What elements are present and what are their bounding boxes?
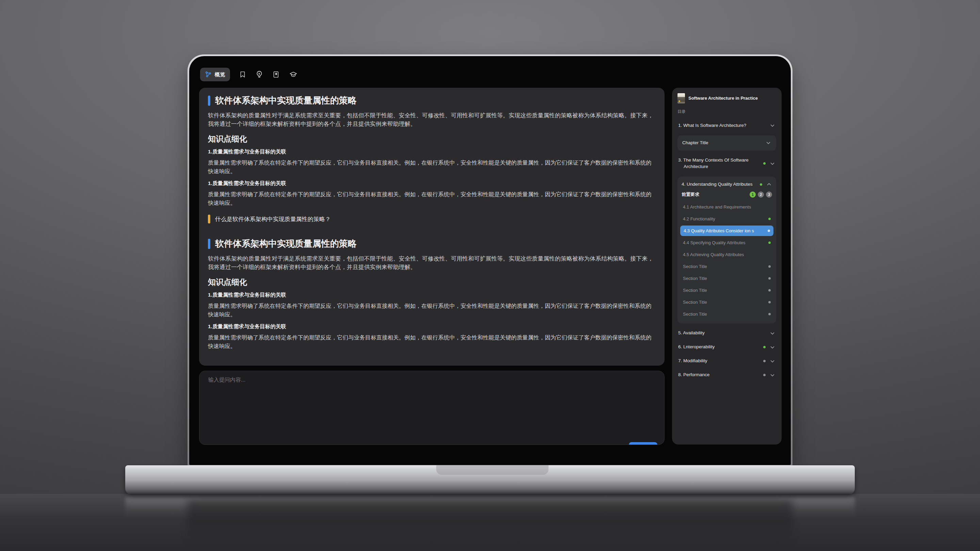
prompt-composer (199, 371, 665, 445)
point-body: 质量属性需求明确了系统在特定条件下的期望反应，它们与业务目标直接相关。例如，在银… (208, 190, 656, 207)
chapter-label: Chapter Title (682, 140, 762, 146)
toc-chapter-4-expanded: 4. Understanding Quality Attributes 前置要求… (678, 176, 776, 324)
section-label: 4.5 Achieving Quality Attributes (683, 252, 771, 257)
prereq-badge-1[interactable]: 1 (749, 192, 756, 198)
toc-chapter-8[interactable]: 8. Performance (678, 368, 776, 382)
chevron-down-icon[interactable] (769, 372, 775, 378)
point-body: 质量属性需求明确了系统在特定条件下的期望反应，它们与业务目标直接相关。例如，在银… (208, 333, 656, 350)
book-cover-thumbnail (678, 93, 685, 103)
progress-dot (768, 241, 771, 244)
answer-repeat-group: 软件体系架构中实现质量属性的策略 软件体系架构的质量属性对于满足系统需求至关重要… (208, 238, 656, 350)
orange-accent-bar (208, 214, 210, 224)
chapter-label: 7. Modifiability (678, 358, 760, 364)
progress-dot (763, 374, 765, 376)
progress-dot (768, 218, 771, 220)
section-label: Section Title (683, 264, 768, 269)
toc-chapter-5[interactable]: 5. Availability (678, 326, 776, 340)
refine-heading: 知识点细化 (208, 277, 656, 287)
toc-label: 目录 (678, 109, 776, 114)
toolbar: 概览 (200, 68, 298, 81)
notebook-icon[interactable] (272, 71, 280, 78)
prerequisites-label: 前置要求 (682, 192, 748, 198)
point-title: 1.质量属性需求与业务目标的关联 (208, 180, 656, 187)
chevron-down-icon[interactable] (769, 330, 775, 337)
book-header: Software Architecture in Practice (678, 93, 776, 103)
prereq-badge-3[interactable]: 3 (766, 192, 772, 198)
progress-dot (768, 230, 770, 232)
point-title: 1.质量属性需求与业务目标的关联 (208, 148, 656, 156)
progress-dot (768, 289, 771, 292)
blue-accent-bar (208, 239, 210, 249)
point-title: 1.质量属性需求与业务目标的关联 (208, 323, 656, 330)
toc-section-4-2[interactable]: 4.2 Functionality (680, 213, 773, 225)
lesson-content-card[interactable]: 软件体系架构中实现质量属性的策略 软件体系架构的质量属性对于满足系统需求至关重要… (199, 88, 665, 366)
toc-chapter-3[interactable]: 3. The Many Contexts Of Software Archite… (678, 153, 776, 174)
progress-dot (763, 360, 765, 362)
toc-chapter-7[interactable]: 7. Modifiability (678, 354, 776, 368)
answer-heading-text: 软件体系架构中实现质量属性的策略 (215, 238, 356, 250)
user-question-text: 什么是软件体系架构中实现质量属性的策略？ (215, 215, 331, 223)
tab-overview-label: 概览 (215, 71, 225, 78)
tab-overview[interactable]: 概览 (200, 68, 230, 81)
point-body: 质量属性需求明确了系统在特定条件下的期望反应，它们与业务目标直接相关。例如，在银… (208, 302, 656, 319)
section-label: Section Title (683, 276, 768, 281)
chevron-down-icon[interactable] (769, 358, 775, 364)
chevron-down-icon[interactable] (769, 344, 775, 350)
progress-dot (768, 265, 771, 268)
prereq-badge-2[interactable]: 2 (758, 192, 764, 198)
section-label: Section Title (683, 311, 768, 317)
chevron-up-icon[interactable] (766, 181, 772, 187)
blue-accent-bar (208, 95, 210, 106)
refine-heading: 知识点细化 (208, 134, 656, 144)
chapter-label: 3. The Many Contexts Of Software Archite… (678, 157, 760, 170)
chevron-down-icon[interactable] (765, 140, 772, 146)
point-body: 质量属性需求明确了系统在特定条件下的期望反应，它们与业务目标直接相关。例如，在银… (208, 159, 656, 176)
toc-section-generic[interactable]: Section Title (680, 284, 773, 296)
prerequisites-row: 前置要求 1 2 3 (680, 190, 773, 201)
toc-sidebar: Software Architecture in Practice 目录 1. … (672, 88, 782, 445)
toc-section-generic[interactable]: Section Title (680, 308, 773, 320)
toc-chapter-2-box[interactable]: Chapter Title (678, 135, 776, 151)
send-button[interactable] (629, 442, 657, 445)
answer-intro-paragraph: 软件体系架构的质量属性对于满足系统需求至关重要，包括但不限于性能、安全性、可修改… (208, 254, 656, 272)
toc-section-generic[interactable]: Section Title (680, 296, 773, 308)
toc-chapter-1[interactable]: 1. What Is Software Architecture? (678, 119, 776, 133)
progress-dot (768, 301, 771, 303)
learning-app-window: 概览 软件体系 (0, 0, 980, 551)
lightbulb-icon[interactable] (255, 70, 263, 79)
progress-dot (763, 346, 765, 348)
progress-dot (768, 313, 771, 315)
section-label: 4.4 Specifying Quality Attributes (683, 240, 768, 245)
progress-dot (760, 183, 762, 186)
section-label: Section Title (683, 288, 768, 293)
answer-heading: 软件体系架构中实现质量属性的策略 (208, 95, 656, 106)
section-label: 4.2 Functionality (683, 216, 768, 221)
prompt-input[interactable] (199, 371, 664, 429)
toc-section-4-5[interactable]: 4.5 Achieving Quality Attributes (680, 249, 773, 260)
knowledge-graph-icon (205, 71, 212, 78)
chevron-down-icon[interactable] (769, 160, 775, 167)
chapter-label: 8. Performance (678, 372, 760, 378)
progress-dot (763, 162, 765, 165)
answer-heading-text: 软件体系架构中实现质量属性的策略 (215, 95, 356, 106)
toc-chapter-4[interactable]: 4. Understanding Quality Attributes (680, 178, 773, 191)
point-title: 1.质量属性需求与业务目标的关联 (208, 292, 656, 299)
answer-intro-paragraph: 软件体系架构的质量属性对于满足系统需求至关重要，包括但不限于性能、安全性、可修改… (208, 111, 656, 128)
graduation-cap-icon[interactable] (288, 70, 298, 79)
chevron-down-icon[interactable] (769, 122, 775, 129)
answer-heading: 软件体系架构中实现质量属性的策略 (208, 238, 656, 250)
toc-section-4-3-selected[interactable]: 4.3 Quality Attributes Consider ion s (680, 225, 773, 236)
section-label: 4.1 Architecture and Requirements (683, 205, 771, 210)
bookmark-icon[interactable] (239, 71, 247, 78)
section-label: 4.3 Quality Attributes Consider ion s (684, 228, 768, 233)
user-question: 什么是软件体系架构中实现质量属性的策略？ (208, 214, 656, 224)
toc-section-generic[interactable]: Section Title (680, 260, 773, 272)
progress-dot (768, 277, 771, 279)
toc-section-4-4[interactable]: 4.4 Specifying Quality Attributes (680, 237, 773, 249)
chapter-label: 5. Availability (678, 330, 767, 337)
toc-section-generic[interactable]: Section Title (680, 272, 773, 284)
book-title: Software Architecture in Practice (688, 95, 758, 101)
chapter-label: 4. Understanding Quality Attributes (682, 181, 757, 188)
toc-chapter-6[interactable]: 6. Lnteroperability (678, 340, 776, 354)
toc-section-4-1[interactable]: 4.1 Architecture and Requirements (680, 201, 773, 213)
